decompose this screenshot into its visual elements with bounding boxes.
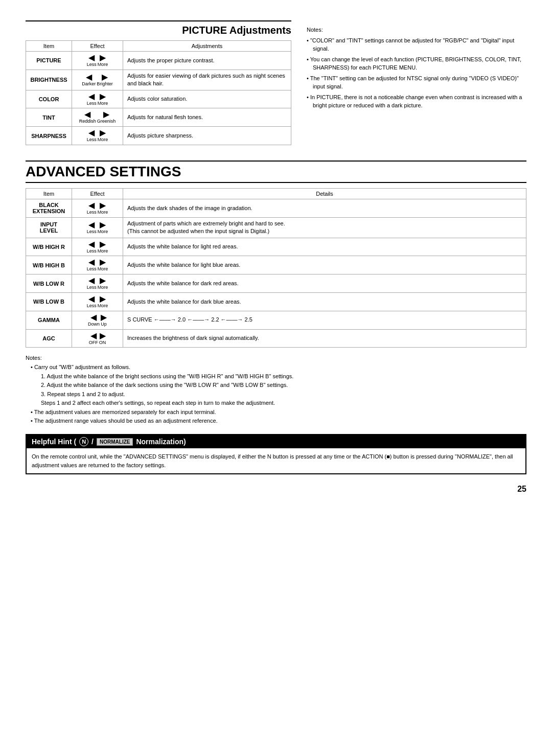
item-cell: TINT — [26, 108, 72, 127]
right-arrow-block: ▶ Greenish — [97, 110, 116, 124]
left-arrow-label: Down — [88, 322, 100, 327]
right-arrow-block: ▶ More — [98, 93, 108, 106]
left-arrow-label: Reddish — [79, 119, 96, 124]
left-arrow-icon: ◀ — [90, 332, 97, 340]
effect-cell: ◀ Down ▶ Up — [72, 311, 123, 329]
advanced-notes-content: • Carry out "W/B" adjustment as follows.… — [26, 363, 526, 426]
right-arrow-icon: ▶ — [100, 240, 106, 248]
desc-cell: Increases the brightness of dark signal … — [123, 329, 526, 348]
list-item: • The adjustment range values should be … — [31, 417, 526, 426]
desc-cell: Adjusts the white balance for dark blue … — [123, 292, 526, 311]
table-row: TINT ◀ Reddish ▶ Greenish Adjusts for na… — [26, 108, 291, 127]
table-row: AGC ◀ OFF ▶ ON Increases the brightness … — [26, 329, 526, 348]
right-arrow-block: ▶ More — [98, 277, 108, 290]
list-item: • The adjustment values are memorized se… — [31, 408, 526, 417]
picture-notes: Notes: "COLOR" and "TINT" settings canno… — [307, 20, 526, 145]
left-arrow-block: ◀ Less — [87, 240, 97, 254]
list-item: 3. Repeat steps 1 and 2 to adjust. — [41, 390, 526, 399]
right-arrow-icon: ▶ — [100, 221, 106, 229]
left-arrow-label: Less — [87, 229, 97, 235]
right-arrow-label: Up — [101, 322, 107, 327]
table-row: COLOR ◀ Less ▶ More Adjusts color satura… — [26, 90, 291, 108]
list-item: You can change the level of each functio… — [307, 55, 526, 72]
desc-cell: Adjusts for natural flesh tones. — [123, 108, 291, 127]
item-cell: W/B LOW R — [26, 274, 72, 293]
right-arrow-icon: ▶ — [100, 201, 106, 210]
effect-cell: ◀ Darker ▶ Brighter — [72, 70, 123, 90]
desc-cell: Adjusts the white balance for dark red a… — [123, 274, 526, 293]
left-arrow-label: Less — [87, 101, 97, 106]
right-arrow-block: ▶ More — [98, 295, 108, 309]
right-arrow-block: ▶ ON — [99, 332, 106, 346]
left-arrow-label: Darker — [82, 81, 96, 87]
helpful-hint-slash: / — [91, 438, 94, 446]
left-arrow-icon: ◀ — [90, 313, 97, 322]
right-arrow-icon: ▶ — [100, 129, 106, 137]
right-arrow-icon: ▶ — [100, 93, 106, 101]
adv-note-steps: 1. Adjust the white balance of the brigh… — [41, 372, 526, 399]
desc-cell: Adjusts color saturation. — [123, 90, 291, 108]
left-arrow-block: ◀ Less — [87, 129, 97, 143]
picture-section: PICTURE Adjustments Item Effect Adjustme… — [26, 20, 526, 145]
right-arrow-icon: ▶ — [102, 73, 108, 81]
right-arrow-block: ▶ More — [98, 221, 108, 235]
right-arrow-icon: ▶ — [100, 258, 106, 266]
right-arrow-icon: ▶ — [100, 54, 106, 62]
advanced-notes-title: Notes: — [26, 355, 42, 361]
right-arrow-label: More — [98, 248, 108, 254]
left-arrow-label: Less — [87, 303, 97, 309]
helpful-hint-end: Normalization) — [136, 438, 186, 446]
item-cell: BRIGHTNESS — [26, 70, 72, 90]
adv-note-step-note: Steps 1 and 2 affect each other's settin… — [41, 399, 526, 408]
left-arrow-icon: ◀ — [88, 129, 95, 137]
left-arrow-block: ◀ Reddish — [79, 110, 96, 124]
left-arrow-block: ◀ Less — [87, 201, 97, 215]
left-arrow-icon: ◀ — [84, 110, 90, 119]
helpful-hint-title: Helpful Hint ( N / NORMALIZE Normalizati… — [27, 435, 525, 448]
picture-notes-list: "COLOR" and "TINT" settings cannot be ad… — [307, 36, 526, 110]
left-arrow-icon: ◀ — [88, 54, 95, 62]
right-arrow-block: ▶ More — [98, 240, 108, 254]
effect-cell: ◀ Less ▶ More — [72, 127, 123, 145]
right-arrow-label: ON — [99, 340, 106, 346]
right-arrow-icon: ▶ — [103, 110, 109, 119]
effect-cell: ◀ Less ▶ More — [72, 256, 123, 274]
item-cell: INPUT LEVEL — [26, 217, 72, 238]
picture-title: PICTURE Adjustments — [26, 20, 291, 36]
left-arrow-block: ◀ Darker — [82, 73, 96, 87]
advanced-table-area: Item Effect Details BLACK EXTENSION ◀ Le… — [26, 188, 526, 348]
right-arrow-label: More — [98, 266, 108, 272]
page-number: 25 — [26, 485, 526, 494]
table-row: W/B LOW R ◀ Less ▶ More Adjusts the whit… — [26, 274, 526, 293]
table-row: PICTURE ◀ Less ▶ More Adjusts the proper… — [26, 52, 291, 70]
left-arrow-block: ◀ Less — [87, 93, 97, 106]
item-cell: GAMMA — [26, 311, 72, 329]
adv-col-details: Details — [123, 188, 526, 199]
left-arrow-block: ◀ Less — [87, 221, 97, 235]
desc-cell: Adjusts picture sharpness. — [123, 127, 291, 145]
desc-cell: Adjusts the proper picture contrast. — [123, 52, 291, 70]
right-arrow-block: ▶ Up — [101, 313, 107, 327]
right-arrow-block: ▶ Brighter — [97, 73, 113, 87]
helpful-hint-box: Helpful Hint ( N / NORMALIZE Normalizati… — [26, 434, 526, 474]
item-cell: AGC — [26, 329, 72, 348]
left-arrow-icon: ◀ — [88, 277, 95, 285]
left-arrow-icon: ◀ — [88, 93, 95, 101]
left-arrow-icon: ◀ — [88, 221, 95, 229]
left-arrow-block: ◀ OFF — [89, 332, 98, 346]
right-arrow-icon: ▶ — [101, 313, 107, 322]
right-arrow-block: ▶ More — [98, 258, 108, 272]
item-cell: COLOR — [26, 90, 72, 108]
helpful-hint-label: Helpful Hint ( — [32, 438, 76, 446]
advanced-section: ADVANCED SETTINGS Item Effect Details BL… — [26, 161, 526, 474]
effect-cell: ◀ Less ▶ More — [72, 292, 123, 311]
left-arrow-label: OFF — [89, 340, 98, 346]
table-row: SHARPNESS ◀ Less ▶ More Adjusts picture … — [26, 127, 291, 145]
advanced-notes: Notes: • Carry out "W/B" adjustment as f… — [26, 354, 526, 426]
picture-table-area: PICTURE Adjustments Item Effect Adjustme… — [26, 20, 291, 145]
adv-col-item: Item — [26, 188, 72, 199]
left-arrow-block: ◀ Less — [87, 258, 97, 272]
table-row: W/B LOW B ◀ Less ▶ More Adjusts the whit… — [26, 292, 526, 311]
picture-notes-title: Notes: — [307, 26, 526, 34]
desc-cell: Adjusts the white balance for light blue… — [123, 256, 526, 274]
